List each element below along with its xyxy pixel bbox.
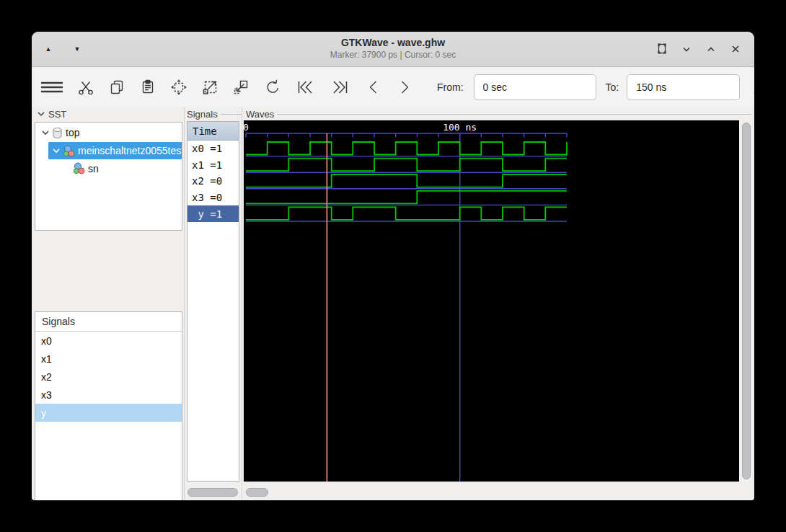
- sst-expander-icon[interactable]: [37, 110, 45, 118]
- scrollbar-thumb[interactable]: [742, 123, 751, 479]
- signal-list-item-x3[interactable]: x3: [35, 386, 182, 404]
- scroll-down-icon[interactable]: ▼: [71, 43, 84, 56]
- signal-list-item-y[interactable]: y: [35, 404, 182, 422]
- tree-node-testbench[interactable]: meinschaltnetz0055testbench: [48, 142, 182, 159]
- marker-cursor-status: Marker: 37900 ps | Cursor: 0 sec: [32, 50, 754, 60]
- signal-value-row-x2[interactable]: x2 =0: [187, 173, 239, 190]
- next-edge-icon[interactable]: [396, 79, 413, 96]
- sst-tree: top meinschaltnetz0055testbench sn: [35, 122, 182, 231]
- chevron-down-icon[interactable]: [679, 42, 694, 56]
- cut-icon[interactable]: [77, 79, 94, 96]
- signals-column-header[interactable]: Signals: [35, 312, 182, 332]
- time-header[interactable]: Time: [187, 122, 239, 141]
- waves-frame-label: Waves: [246, 108, 751, 120]
- signal-value-row-x0[interactable]: x0 =1: [187, 141, 239, 157]
- undo-icon[interactable]: [263, 79, 281, 96]
- titlebar: ▲ ▼ GTKWave - wave.ghw Marker: 37900 ps …: [32, 32, 754, 67]
- zoom-fit-icon[interactable]: [170, 79, 187, 96]
- signals-frame-label: Signals: [187, 108, 242, 120]
- close-icon[interactable]: [728, 42, 743, 56]
- main-content: SST top meinschaltnetz0055testbench: [32, 107, 754, 500]
- to-start-icon[interactable]: [294, 79, 316, 96]
- reload-icon[interactable]: [751, 79, 754, 96]
- tree-node-sn[interactable]: sn: [35, 159, 182, 177]
- signal-value-row-y[interactable]: y =1: [187, 205, 239, 222]
- to-label: To:: [606, 81, 619, 93]
- prev-edge-icon[interactable]: [365, 79, 382, 96]
- from-input[interactable]: [474, 74, 596, 100]
- signal-value-row-x3[interactable]: x3 =0: [187, 190, 239, 206]
- pane-separator-right[interactable]: [242, 107, 242, 499]
- toolbar: From: To:: [32, 68, 754, 107]
- fit-window-icon[interactable]: [655, 42, 669, 56]
- expander-icon[interactable]: [51, 146, 61, 156]
- waves-horizontal-scrollbar[interactable]: [246, 488, 268, 497]
- signal-list-item-x2[interactable]: x2: [35, 368, 182, 386]
- menu-icon[interactable]: [40, 79, 63, 96]
- scroll-up-icon[interactable]: ▲: [42, 43, 55, 56]
- zoom-in-icon[interactable]: [201, 79, 218, 96]
- signal-list-item-x1[interactable]: x1: [35, 350, 182, 368]
- horizontal-scrollbar-strip: [32, 483, 754, 500]
- zoom-out-icon[interactable]: [232, 79, 250, 96]
- gtkwave-window: ▲ ▼ GTKWave - wave.ghw Marker: 37900 ps …: [32, 32, 754, 500]
- signal-value-row-x1[interactable]: x1 =1: [187, 157, 239, 174]
- chevron-up-icon[interactable]: [704, 42, 718, 56]
- sst-signals-list: Signals x0 x1 x2 x3 y: [35, 311, 182, 500]
- from-label: From:: [437, 81, 464, 93]
- waves-vertical-scrollbar[interactable]: [740, 120, 753, 482]
- to-input[interactable]: [627, 74, 740, 100]
- waveform-display[interactable]: 0100 ns: [244, 120, 739, 482]
- tree-node-top[interactable]: top: [35, 123, 182, 141]
- expander-icon[interactable]: [40, 128, 50, 138]
- svg-text:0: 0: [244, 122, 249, 133]
- desktop-background: { "titlebar": { "title": "GTKWave - wave…: [0, 0, 786, 532]
- paste-icon[interactable]: [139, 79, 156, 96]
- module-spheres-icon: [63, 145, 75, 157]
- pane-separator-left[interactable]: [184, 107, 185, 499]
- module-spheres-icon: [73, 162, 85, 174]
- to-end-icon[interactable]: [330, 79, 351, 96]
- signal-list-item-x0[interactable]: x0: [35, 332, 182, 350]
- signal-values-panel: Time x0 =1 x1 =1 x2 =0 x3 =0 y =1: [187, 121, 239, 482]
- signals-horizontal-scrollbar[interactable]: [187, 488, 238, 497]
- copy-icon[interactable]: [108, 79, 125, 96]
- scope-cylinder-icon: [52, 127, 63, 139]
- svg-text:100 ns: 100 ns: [443, 122, 477, 133]
- sst-frame-label: SST: [37, 108, 66, 120]
- window-title: GTKWave - wave.ghw: [32, 37, 754, 48]
